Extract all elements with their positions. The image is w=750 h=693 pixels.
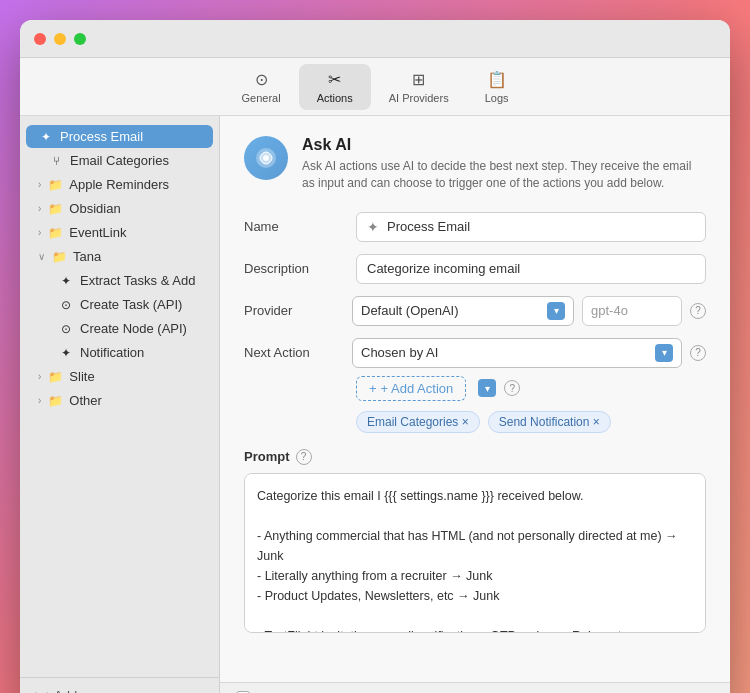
svg-point-1: [263, 155, 269, 161]
app-window: ⊙ General ✂ Actions ⊞ AI Providers 📋 Log…: [20, 20, 730, 693]
chevron-right-icon: ›: [38, 371, 41, 382]
add-action-help-icon[interactable]: ?: [504, 380, 520, 396]
provider-value: Default (OpenAI): [361, 303, 459, 318]
sidebar-item-create-node[interactable]: ⊙ Create Node (API): [26, 317, 213, 340]
extract-tasks-icon: ✦: [58, 274, 74, 288]
sidebar-item-create-task[interactable]: ⊙ Create Task (API): [26, 293, 213, 316]
sidebar-item-tana[interactable]: ∨ 📁 Tana: [26, 245, 213, 268]
titlebar: [20, 20, 730, 58]
add-action-button[interactable]: + + Add Action: [356, 376, 466, 401]
close-button[interactable]: [34, 33, 46, 45]
ask-ai-title: Ask AI: [302, 136, 706, 154]
general-icon: ⊙: [255, 70, 268, 89]
sidebar-item-obsidian[interactable]: › 📁 Obsidian: [26, 197, 213, 220]
add-action-dropdown-arrow[interactable]: ▾: [478, 379, 496, 397]
plus-icon: +: [32, 688, 40, 693]
name-field-icon: ✦: [367, 219, 379, 235]
sidebar-item-apple-reminders[interactable]: › 📁 Apple Reminders: [26, 173, 213, 196]
description-row: Description Categorize incoming email: [244, 254, 706, 284]
folder-icon: 📁: [47, 226, 63, 240]
next-action-help-icon[interactable]: ?: [690, 345, 706, 361]
next-action-select[interactable]: Chosen by AI ▾: [352, 338, 682, 368]
sidebar-item-notification[interactable]: ✦ Notification: [26, 341, 213, 364]
sidebar-item-label: Extract Tasks & Add: [80, 273, 195, 288]
create-node-icon: ⊙: [58, 322, 74, 336]
sidebar-item-other[interactable]: › 📁 Other: [26, 389, 213, 412]
chevron-right-icon: ›: [38, 203, 41, 214]
provider-select-arrow: ▾: [547, 302, 565, 320]
sidebar-item-label: EventLink: [69, 225, 126, 240]
sidebar-item-label: Email Categories: [70, 153, 169, 168]
name-field[interactable]: ✦ Process Email: [356, 212, 706, 242]
provider-row: Provider Default (OpenAI) ▾ gpt-4o ?: [244, 296, 706, 326]
tab-general-label: General: [242, 92, 281, 104]
main-panel: Ask AI Ask AI actions use AI to decide t…: [220, 116, 730, 682]
actions-icon: ✂: [328, 70, 341, 89]
sidebar-item-label: Slite: [69, 369, 94, 384]
sidebar-item-process-email[interactable]: ✦ Process Email: [26, 125, 213, 148]
provider-label: Provider: [244, 303, 344, 318]
next-action-select-arrow: ▾: [655, 344, 673, 362]
minimize-button[interactable]: [54, 33, 66, 45]
sidebar-item-label: Process Email: [60, 129, 143, 144]
sidebar-item-label: Notification: [80, 345, 144, 360]
email-categories-icon: ⑂: [48, 154, 64, 168]
tag-send-notification-label: Send Notification ×: [499, 415, 600, 429]
main-content: ✦ Process Email ⑂ Email Categories › 📁 A…: [20, 116, 730, 693]
sidebar-footer: + + Add: [20, 677, 219, 693]
notification-icon: ✦: [58, 346, 74, 360]
create-task-icon: ⊙: [58, 298, 74, 312]
folder-icon: 📁: [47, 370, 63, 384]
add-action-button[interactable]: + + Add: [32, 688, 207, 693]
sidebar-item-label: Create Node (API): [80, 321, 187, 336]
ai-providers-icon: ⊞: [412, 70, 425, 89]
tab-ai-providers-label: AI Providers: [389, 92, 449, 104]
add-action-plus-icon: +: [369, 381, 377, 396]
prompt-textarea[interactable]: Categorize this email I {{{ settings.nam…: [244, 473, 706, 633]
tag-email-categories-label: Email Categories ×: [367, 415, 469, 429]
folder-icon: 📁: [47, 178, 63, 192]
tab-actions[interactable]: ✂ Actions: [299, 64, 371, 110]
prompt-header: Prompt ?: [244, 449, 706, 465]
add-action-label: + Add Action: [381, 381, 454, 396]
tag-send-notification[interactable]: Send Notification ×: [488, 411, 611, 433]
process-email-icon: ✦: [38, 130, 54, 144]
prompt-label: Prompt: [244, 449, 290, 464]
ask-ai-header: Ask AI Ask AI actions use AI to decide t…: [244, 136, 706, 192]
provider-help-icon[interactable]: ?: [690, 303, 706, 319]
provider-select[interactable]: Default (OpenAI) ▾: [352, 296, 574, 326]
add-button-label: + Add: [44, 688, 78, 693]
chevron-down-icon: ∨: [38, 251, 45, 262]
next-action-row: Next Action Chosen by AI ▾ ?: [244, 338, 706, 368]
prompt-help-icon[interactable]: ?: [296, 449, 312, 465]
sidebar-item-email-categories[interactable]: ⑂ Email Categories: [26, 149, 213, 172]
panel-footer: Hide action fields by default ≡ Edit Var…: [220, 682, 730, 693]
add-action-row: + + Add Action ▾ ?: [356, 376, 706, 401]
description-field[interactable]: Categorize incoming email: [356, 254, 706, 284]
name-label: Name: [244, 219, 344, 234]
tag-email-categories[interactable]: Email Categories ×: [356, 411, 480, 433]
maximize-button[interactable]: [74, 33, 86, 45]
folder-icon: 📁: [47, 202, 63, 216]
sidebar-item-extract-tasks[interactable]: ✦ Extract Tasks & Add: [26, 269, 213, 292]
ask-ai-text: Ask AI Ask AI actions use AI to decide t…: [302, 136, 706, 192]
tab-logs[interactable]: 📋 Logs: [467, 64, 527, 110]
sidebar: ✦ Process Email ⑂ Email Categories › 📁 A…: [20, 116, 220, 693]
folder-icon: 📁: [47, 394, 63, 408]
chevron-right-icon: ›: [38, 395, 41, 406]
name-row: Name ✦ Process Email: [244, 212, 706, 242]
sidebar-item-label: Obsidian: [69, 201, 120, 216]
provider-model-field[interactable]: gpt-4o: [582, 296, 682, 326]
sidebar-item-slite[interactable]: › 📁 Slite: [26, 365, 213, 388]
ask-ai-icon: [244, 136, 288, 180]
next-action-value: Chosen by AI: [361, 345, 438, 360]
sidebar-item-eventlink[interactable]: › 📁 EventLink: [26, 221, 213, 244]
provider-model-value: gpt-4o: [591, 303, 628, 318]
sidebar-item-label: Tana: [73, 249, 101, 264]
tab-general[interactable]: ⊙ General: [224, 64, 299, 110]
description-value: Categorize incoming email: [367, 261, 520, 276]
tab-ai-providers[interactable]: ⊞ AI Providers: [371, 64, 467, 110]
tab-logs-label: Logs: [485, 92, 509, 104]
sidebar-item-label: Other: [69, 393, 102, 408]
tags-row: Email Categories × Send Notification ×: [356, 411, 706, 433]
